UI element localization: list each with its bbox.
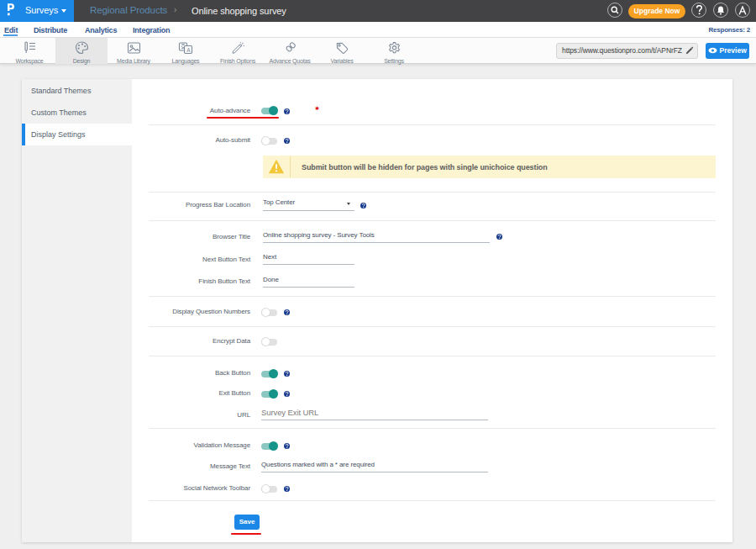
svg-text:A: A (186, 47, 191, 53)
